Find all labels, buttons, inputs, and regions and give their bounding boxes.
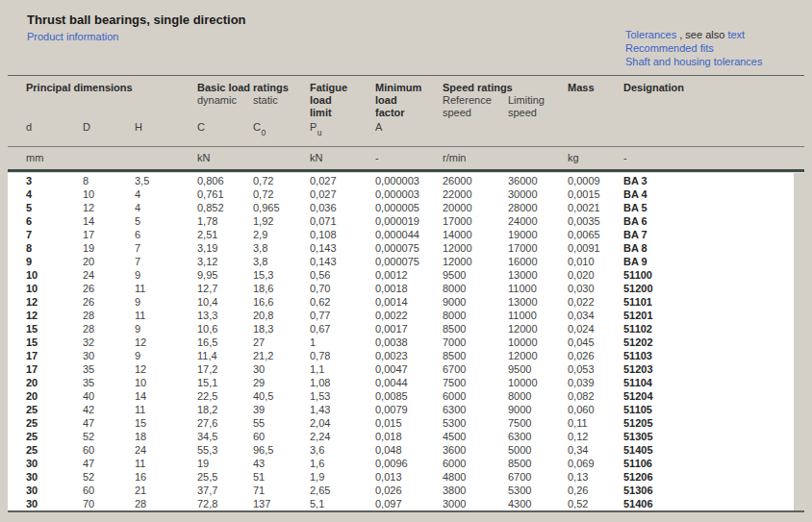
tolerances-link[interactable]: Tolerances <box>625 29 676 40</box>
cell-reference-speed: 4800 <box>443 470 508 484</box>
cell-d: 8 <box>26 241 83 255</box>
cell-D: 8 <box>83 174 135 187</box>
cell-limiting-speed: 30000 <box>508 187 568 201</box>
cell-reference-speed: 8500 <box>443 349 508 362</box>
cell-Pu: 2,65 <box>310 484 375 497</box>
cell-d: 3 <box>26 174 83 187</box>
cell-Pu: 1,9 <box>310 470 375 484</box>
cell-reference-speed: 7000 <box>443 336 508 349</box>
unit-kn-fatigue: kN <box>310 152 322 164</box>
cell-D: 40 <box>83 389 135 403</box>
cell-H: 5 <box>135 214 197 228</box>
cell-designation: 51204 <box>623 389 794 403</box>
cell-reference-speed: 6000 <box>443 389 508 403</box>
header-minimum-load-factor: Minimum load factor <box>375 82 421 119</box>
cell-A: 0,0047 <box>375 362 443 376</box>
cell-Pu: 0,108 <box>310 228 375 241</box>
cell-A: 0,0085 <box>375 389 443 403</box>
table-row: 10261112,718,60,700,00188000110000,03051… <box>8 282 794 295</box>
cell-reference-speed: 14000 <box>443 228 508 241</box>
cell-A: 0,026 <box>375 484 443 497</box>
cell-D: 30 <box>83 349 135 362</box>
recommended-fits-link[interactable]: Recommended fits <box>625 42 714 54</box>
cell-mass: 0,0091 <box>568 241 623 255</box>
cell-mass: 0,13 <box>568 470 623 484</box>
cell-reference-speed: 6700 <box>443 362 508 376</box>
cell-limiting-speed: 17000 <box>508 241 568 255</box>
cell-Pu: 0,036 <box>310 201 375 214</box>
cell-limiting-speed: 6300 <box>508 430 568 443</box>
table-row: 81973,193,80,1430,00007512000170000,0091… <box>8 241 794 255</box>
units-top-rule <box>8 146 804 147</box>
table-row: 1730911,421,20,780,00238500120000,026511… <box>8 349 794 362</box>
cell-C: 27,6 <box>197 416 253 430</box>
cell-limiting-speed: 24000 <box>508 214 568 228</box>
cell-H: 3,5 <box>135 174 197 187</box>
cell-limiting-speed: 11000 <box>508 282 568 295</box>
cell-D: 35 <box>83 362 135 376</box>
cell-reference-speed: 9500 <box>443 268 508 282</box>
cell-C0: 29 <box>253 376 310 389</box>
cell-D: 24 <box>83 268 135 282</box>
product-information-link[interactable]: Product information <box>27 31 118 42</box>
cell-limiting-speed: 7500 <box>508 416 568 430</box>
cell-Pu: 3,6 <box>310 443 375 457</box>
cell-C: 17,2 <box>197 362 253 376</box>
cell-designation: 51405 <box>623 443 794 457</box>
table-row: 12281113,320,80,770,00228000110000,03451… <box>8 309 794 322</box>
cell-C0: 40,5 <box>253 389 310 403</box>
shaft-housing-tolerances-link[interactable]: Shaft and housing tolerances <box>625 56 763 67</box>
table-row: 30702872,81375,10,097300043000,5251406 <box>8 497 794 510</box>
table-thick-rule <box>8 169 804 172</box>
cell-A: 0,0014 <box>375 295 443 309</box>
cell-H: 9 <box>135 349 197 362</box>
cell-limiting-speed: 5000 <box>508 443 568 457</box>
tolerances-middle-text: , see also <box>676 29 727 40</box>
cell-mass: 0,12 <box>568 430 623 443</box>
tolerances-text-link[interactable]: text <box>727 29 745 40</box>
cell-Pu: 0,56 <box>310 268 375 282</box>
cell-H: 11 <box>135 282 197 295</box>
cell-D: 20 <box>83 255 135 268</box>
cell-A: 0,0044 <box>375 376 443 389</box>
cell-mass: 0,010 <box>568 255 623 268</box>
cell-limiting-speed: 9500 <box>508 362 568 376</box>
header-mass: Mass <box>568 82 595 94</box>
cell-mass: 0,0015 <box>568 187 623 201</box>
cell-D: 47 <box>83 457 135 470</box>
cell-designation: 51406 <box>623 497 794 510</box>
header-static: static <box>253 94 278 107</box>
cell-mass: 0,0035 <box>568 214 623 228</box>
table-row: 51240,8520,9650,0360,00000520000280000,0… <box>8 201 794 214</box>
cell-A: 0,0096 <box>375 457 443 470</box>
cell-limiting-speed: 16000 <box>508 255 568 268</box>
cell-D: 52 <box>83 470 135 484</box>
cell-C0: 60 <box>253 430 310 443</box>
cell-limiting-speed: 12000 <box>508 349 568 362</box>
cell-D: 42 <box>83 403 135 416</box>
cell-C0: 0,965 <box>253 201 310 214</box>
cell-designation: 51100 <box>623 268 794 282</box>
cell-H: 12 <box>135 336 197 349</box>
cell-A: 0,013 <box>375 470 443 484</box>
cell-designation: BA 8 <box>623 241 794 255</box>
cell-D: 19 <box>83 241 135 255</box>
cell-C0: 3,8 <box>253 241 310 255</box>
cell-Pu: 1,6 <box>310 457 375 470</box>
symbol-D: D <box>83 121 90 134</box>
cell-C: 3,12 <box>197 255 253 268</box>
table-row: 20401422,540,51,530,0085600080000,082512… <box>8 389 794 403</box>
cell-C0: 3,8 <box>253 255 310 268</box>
cell-reference-speed: 3800 <box>443 484 508 497</box>
header-limiting-speed: Limiting speed <box>508 94 554 119</box>
cell-H: 11 <box>135 457 197 470</box>
table-row: 25421118,2391,430,0079630090000,06051105 <box>8 403 794 416</box>
cell-H: 12 <box>135 362 197 376</box>
cell-designation: 51101 <box>623 295 794 309</box>
cell-mass: 0,069 <box>568 457 623 470</box>
cell-reference-speed: 20000 <box>443 201 508 214</box>
cell-C: 0,852 <box>197 201 253 214</box>
cell-D: 12 <box>83 201 135 214</box>
cell-H: 7 <box>135 241 197 255</box>
cell-C0: 30 <box>253 362 310 376</box>
